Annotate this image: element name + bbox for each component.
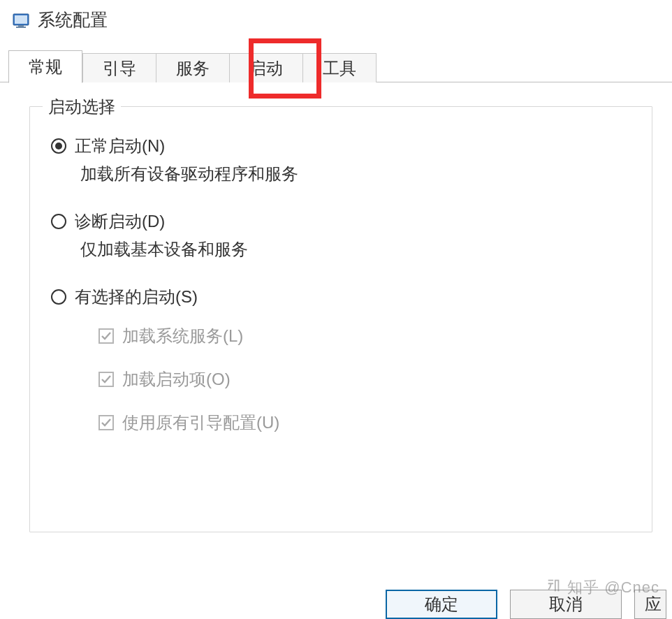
tab-general[interactable]: 常规 [8,50,82,83]
checkbox-startup-items [98,372,114,387]
svg-rect-1 [15,15,27,24]
radio-normal-label[interactable]: 正常启动(N) [75,135,165,157]
radio-diagnostic[interactable] [51,214,66,229]
selective-checks: 加载系统服务(L) 加载启动项(O) 使用原有引导配置(U) [98,325,631,434]
checkbox-original-boot-label: 使用原有引导配置(U) [122,412,279,434]
checkbox-startup-items-label: 加载启动项(O) [122,368,231,391]
check-row-startup-items: 加载启动项(O) [98,368,631,391]
title-bar: 系统配置 [0,0,672,44]
window-title: 系统配置 [38,8,108,31]
radio-diagnostic-desc: 仅加载基本设备和服务 [80,238,631,261]
radio-normal-desc: 加载所有设备驱动程序和服务 [80,163,631,185]
svg-rect-3 [16,27,26,28]
svg-rect-2 [18,25,24,27]
radio-selective-label[interactable]: 有选择的启动(S) [75,286,198,308]
tab-panel-general: 启动选择 正常启动(N) 加载所有设备驱动程序和服务 诊断启动(D) 仅加载基本… [0,82,672,532]
tab-services[interactable]: 服务 [156,53,230,82]
radio-selective[interactable] [51,289,66,305]
option-diagnostic: 诊断启动(D) 仅加载基本设备和服务 [51,210,631,261]
option-normal: 正常启动(N) 加载所有设备驱动程序和服务 [51,135,631,185]
ok-button[interactable]: 确定 [386,590,497,619]
checkbox-original-boot [98,415,114,430]
checkbox-system-services-label: 加载系统服务(L) [122,325,243,347]
tab-tools[interactable]: 工具 [302,53,377,82]
group-legend: 启动选择 [43,96,121,118]
radio-normal[interactable] [51,138,66,154]
radio-diagnostic-label[interactable]: 诊断启动(D) [75,210,165,233]
cancel-button[interactable]: 取消 [510,590,622,619]
group-startup-selection: 启动选择 正常启动(N) 加载所有设备驱动程序和服务 诊断启动(D) 仅加载基本… [29,106,652,532]
tab-startup[interactable]: 启动 [229,53,303,82]
app-icon [13,13,29,28]
tab-boot[interactable]: 引导 [82,53,156,82]
dialog-buttons: 确定 取消 应 [386,583,672,619]
checkbox-system-services [98,328,114,344]
option-selective: 有选择的启动(S) 加载系统服务(L) 加载启动项(O) [51,286,631,434]
tab-strip: 常规 引导 服务 启动 工具 [0,50,672,82]
apply-button[interactable]: 应 [634,590,666,619]
check-row-original-boot: 使用原有引导配置(U) [98,412,631,434]
check-row-system-services: 加载系统服务(L) [98,325,631,347]
